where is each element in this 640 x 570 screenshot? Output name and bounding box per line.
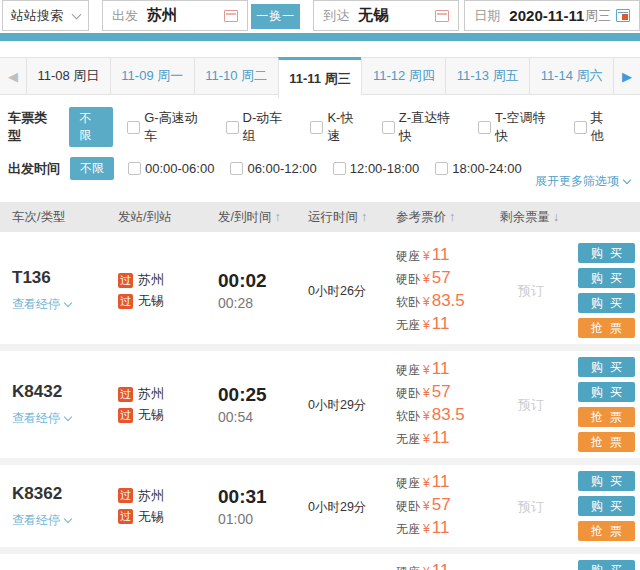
filter-any-button[interactable]: 不限 <box>69 107 113 147</box>
arrive-time: 00:54 <box>218 409 308 425</box>
seat-class-label: 无座 <box>396 431 420 448</box>
from-label: 出发 <box>112 7 138 25</box>
date-tab-11-09[interactable]: 11-09 周一 <box>110 58 194 94</box>
buy-button[interactable]: 购买 <box>578 382 635 402</box>
seat-class-label: 无座 <box>396 317 420 334</box>
to-station-field[interactable]: 到达 无锡 <box>313 0 459 31</box>
header-remaining-sort[interactable]: 剩余票量↓ <box>500 209 640 226</box>
filter-option[interactable]: Z-直达特快 <box>382 109 462 145</box>
buy-button[interactable]: 购买 <box>578 357 635 377</box>
pass-station-badge: 过 <box>118 488 133 503</box>
checkbox[interactable] <box>478 121 491 134</box>
sort-asc-icon: ↑ <box>274 210 280 224</box>
grab-ticket-button[interactable]: 抢票 <box>578 407 635 427</box>
price-line: 硬卧 ¥ 57 <box>396 382 500 405</box>
price-value: 11 <box>432 428 450 448</box>
currency-sign: ¥ <box>423 432 430 446</box>
checkbox[interactable] <box>435 162 448 175</box>
filter-option[interactable]: D-动车组 <box>226 109 295 145</box>
seat-class-label: 软卧 <box>396 294 420 311</box>
view-stops-link[interactable]: 查看经停 <box>12 410 118 427</box>
filter-option[interactable]: 18:00-24:00 <box>435 161 521 176</box>
date-tab-11-08[interactable]: 11-08 周日 <box>26 58 110 94</box>
date-tab-11-13[interactable]: 11-13 周五 <box>445 58 529 94</box>
train-number: T136 <box>12 268 118 288</box>
checkbox[interactable] <box>127 121 140 134</box>
buy-button[interactable]: 购买 <box>578 560 635 570</box>
checkbox[interactable] <box>128 162 141 175</box>
checkbox[interactable] <box>226 121 239 134</box>
results-header: 车次/类型 发站/到站 发/到时间↑ 运行时间↑ 参考票价↑ 剩余票量↓ <box>0 202 640 232</box>
checkbox[interactable] <box>230 162 243 175</box>
currency-sign: ¥ <box>423 318 430 332</box>
price-value: 11 <box>432 245 450 265</box>
grab-ticket-button[interactable]: 抢票 <box>578 521 635 541</box>
price-value: 11 <box>432 518 450 538</box>
prev-dates-arrow[interactable]: ◀ <box>0 58 26 94</box>
station-picker-icon[interactable] <box>435 10 449 22</box>
price-line: 软卧 ¥ 83.5 <box>396 405 500 428</box>
header-duration-sort[interactable]: 运行时间↑ <box>308 209 396 226</box>
pass-station-badge: 过 <box>118 387 133 402</box>
price-value: 83.5 <box>432 405 465 425</box>
filter-group-label: 车票类型 <box>8 109 59 145</box>
filter-option[interactable]: K-快速 <box>310 109 365 145</box>
from-value: 苏州 <box>147 6 224 25</box>
checkbox[interactable] <box>310 121 323 134</box>
checkbox[interactable] <box>333 162 346 175</box>
filter-any-button[interactable]: 不限 <box>70 157 114 180</box>
from-station-field[interactable]: 出发 苏州 <box>102 0 248 31</box>
buy-button[interactable]: 购买 <box>578 496 635 516</box>
to-station-name: 无锡 <box>138 406 164 424</box>
calendar-icon[interactable] <box>616 9 630 22</box>
buy-button[interactable]: 购买 <box>578 471 635 491</box>
checkbox[interactable] <box>382 121 395 134</box>
view-stops-link[interactable]: 查看经停 <box>12 296 118 313</box>
swap-stations-button[interactable]: 一换一 <box>251 4 300 29</box>
header-price-sort[interactable]: 参考票价↑ <box>396 209 500 226</box>
next-dates-arrow[interactable]: ▶ <box>614 58 640 94</box>
filter-group-label: 出发时间 <box>8 160 60 178</box>
price-value: 11 <box>432 472 450 492</box>
header-times-sort[interactable]: 发/到时间↑ <box>218 209 308 226</box>
filter-option[interactable]: 06:00-12:00 <box>230 161 316 176</box>
book-label: 预订 <box>518 397 544 412</box>
seat-class-label: 无座 <box>396 521 420 538</box>
grab-ticket-button[interactable]: 抢票 <box>578 432 635 452</box>
filter-option[interactable]: 00:00-06:00 <box>128 161 214 176</box>
price-line: 硬卧 ¥ 57 <box>396 268 500 291</box>
date-tab-11-10[interactable]: 11-10 周二 <box>194 58 278 94</box>
filter-option[interactable]: G-高速动车 <box>127 109 209 145</box>
date-tab-11-12[interactable]: 11-12 周四 <box>361 58 445 94</box>
buy-button[interactable]: 购买 <box>578 293 635 313</box>
date-field[interactable]: 日期 2020-11-11 周三 <box>464 0 640 31</box>
from-station-name: 苏州 <box>138 487 164 505</box>
date-tab-11-14[interactable]: 11-14 周六 <box>529 58 614 94</box>
date-tab-11-11[interactable]: 11-11 周三 <box>278 57 362 98</box>
weekday-label: 周三 <box>585 7 611 25</box>
view-stops-link[interactable]: 查看经停 <box>12 512 118 529</box>
depart-time: 00:25 <box>218 384 308 406</box>
grab-ticket-button[interactable]: 抢票 <box>578 318 635 338</box>
arrive-time: 00:28 <box>218 295 308 311</box>
buy-button[interactable]: 购买 <box>578 243 635 263</box>
currency-sign: ¥ <box>423 565 430 570</box>
book-label: 预订 <box>518 499 544 514</box>
buy-button[interactable]: 购买 <box>578 268 635 288</box>
search-mode-select[interactable]: 站站搜索 <box>2 0 89 31</box>
chevron-down-icon <box>64 514 72 522</box>
price-line: 无座 ¥ 11 <box>396 518 500 541</box>
filter-option[interactable]: T-空调特快 <box>478 109 558 145</box>
filter-option[interactable]: 12:00-18:00 <box>333 161 419 176</box>
action-buttons: 购买购买购买抢票 <box>562 243 640 338</box>
expand-more-filters-link[interactable]: 展开更多筛选项 <box>535 173 630 190</box>
filter-option[interactable]: 其他 <box>574 109 616 145</box>
action-buttons: 购买购买抢票 <box>562 560 640 570</box>
checkbox[interactable] <box>574 121 587 134</box>
seat-class-label: 硬座 <box>396 362 420 379</box>
station-picker-icon[interactable] <box>224 10 238 22</box>
train-row: K8366 查看经停 过 苏州 过 无锡 00:40 01:08 0小时28分 … <box>0 554 640 570</box>
price-list: 硬座 ¥ 11 硬卧 ¥ 57 软卧 ¥ 83.5 无座 ¥ 11 <box>396 245 500 337</box>
currency-sign: ¥ <box>423 522 430 536</box>
price-line: 硬座 ¥ 11 <box>396 359 500 382</box>
